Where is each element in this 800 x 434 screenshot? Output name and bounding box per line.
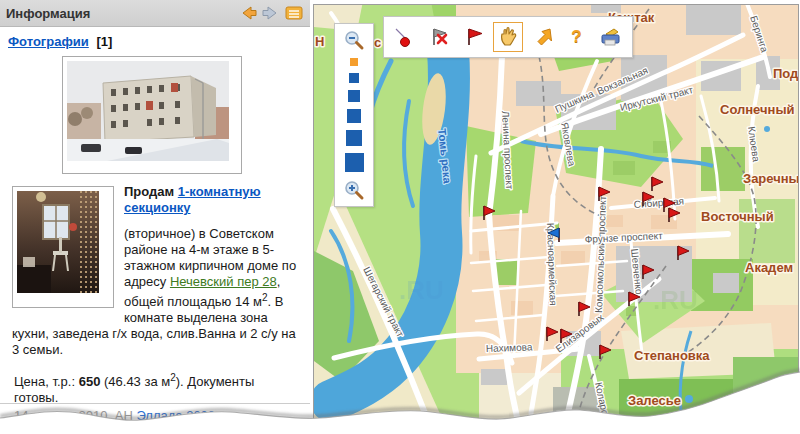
zoom-level-1-active[interactable] xyxy=(350,58,358,66)
go-arrow-tool[interactable] xyxy=(527,22,557,52)
add-flag-tool[interactable] xyxy=(459,22,489,52)
remove-flag-icon xyxy=(427,25,451,49)
building-photo-image xyxy=(67,61,229,161)
map-watermark: .RU xyxy=(399,275,444,305)
map-watermark: .RU xyxy=(653,285,698,315)
zoom-level-4[interactable] xyxy=(347,109,361,123)
room-photo[interactable] xyxy=(12,186,114,308)
map-label-district: Солнечный xyxy=(720,102,795,117)
zoom-level-squares xyxy=(345,56,364,174)
agency-link[interactable]: Эллада 2000 xyxy=(136,408,215,423)
map-label-district: Н xyxy=(315,34,324,49)
info-panel: Информация Фотографии [1] xyxy=(0,0,310,404)
map-label-district: Заречный xyxy=(743,171,798,186)
view-cone-icon xyxy=(393,25,417,49)
map-label-district: Степановка xyxy=(634,348,710,363)
print-tool[interactable] xyxy=(596,22,626,52)
forward-arrow-icon[interactable] xyxy=(261,5,281,21)
photos-line: Фотографии [1] xyxy=(0,27,310,53)
listing-block: Продам 1-комнатную секционку (вторичное)… xyxy=(0,184,310,358)
price-value: 650 xyxy=(79,375,101,390)
zoom-in-button[interactable] xyxy=(342,178,366,202)
date-line: 14 апреля 2010. АН Эллада 2000 xyxy=(0,405,310,423)
list-icon[interactable] xyxy=(284,5,304,21)
address-link[interactable]: Нечевский пер 28 xyxy=(170,274,277,289)
back-arrow-icon[interactable] xyxy=(238,5,258,21)
room-photo-image xyxy=(17,191,99,293)
add-flag-icon xyxy=(462,25,486,49)
map-toolbar: ? xyxy=(383,16,633,58)
remove-flag-tool[interactable] xyxy=(424,22,454,52)
map-canvas[interactable]: .RU.RUКаштакПодоСолнечныйЗаречныйВосточн… xyxy=(314,5,798,431)
map-zoom-panel xyxy=(334,23,374,207)
pan-hand-icon xyxy=(496,25,520,49)
map-region: .RU.RUКаштакПодоСолнечныйЗаречныйВосточн… xyxy=(313,4,799,432)
print-icon xyxy=(599,25,623,49)
map-label-district: Залесье xyxy=(628,393,681,408)
info-header: Информация xyxy=(0,0,310,27)
building-photo[interactable] xyxy=(62,56,242,174)
photos-count: [1] xyxy=(96,34,112,49)
zoom-level-3[interactable] xyxy=(348,90,360,102)
photos-link[interactable]: Фотографии xyxy=(8,34,89,49)
go-arrow-icon xyxy=(530,25,554,49)
view-cone-tool[interactable] xyxy=(390,22,420,52)
help-icon: ? xyxy=(571,27,581,47)
map-label-district: Восточный xyxy=(701,209,774,224)
zoom-level-2[interactable] xyxy=(349,73,359,83)
price-line: Цена, т.р.: 650 (46.43 за м2). Документы… xyxy=(0,358,310,404)
zoom-out-button[interactable] xyxy=(342,28,366,52)
help-tool[interactable]: ? xyxy=(562,22,592,52)
map-label-district: Академ xyxy=(745,260,793,275)
map-label-district: Подо xyxy=(773,66,798,81)
map-label-street: Нахимова xyxy=(486,341,533,354)
zoom-level-5[interactable] xyxy=(346,130,362,146)
page: Информация Фотографии [1] xyxy=(0,0,800,434)
zoom-level-6[interactable] xyxy=(345,153,364,172)
map-label-district: с xyxy=(374,35,381,50)
pan-hand-tool[interactable] xyxy=(493,22,523,52)
info-title: Информация xyxy=(6,6,235,21)
